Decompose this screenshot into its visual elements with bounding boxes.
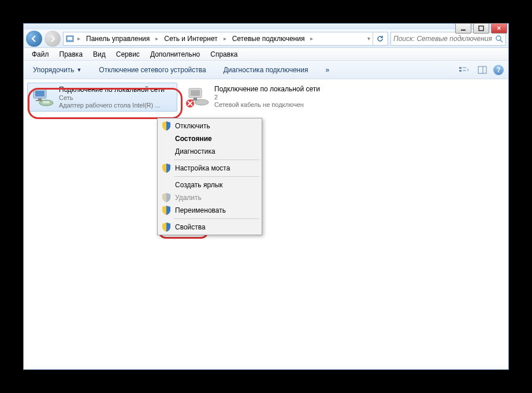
connection-title: Подключение по локальной сети bbox=[214, 85, 320, 93]
shield-icon bbox=[161, 205, 172, 216]
svg-rect-0 bbox=[461, 29, 466, 31]
dropdown-icon[interactable]: ▾ bbox=[366, 35, 371, 42]
disable-device-button[interactable]: Отключение сетевого устройства bbox=[94, 64, 210, 76]
preview-pane-button[interactable] bbox=[475, 64, 490, 76]
ctx-shortcut[interactable]: Создать ярлык bbox=[159, 179, 261, 191]
breadcrumb-sep: ▸ bbox=[154, 35, 159, 42]
maximize-button[interactable] bbox=[473, 23, 489, 34]
connection-status: Сетевой кабель не подключен bbox=[214, 101, 320, 108]
connection-number: 2 bbox=[214, 94, 320, 101]
svg-rect-1 bbox=[479, 26, 483, 31]
content-area[interactable]: Подключение по локальной сети Сеть Адапт… bbox=[24, 79, 508, 369]
refresh-button[interactable] bbox=[373, 32, 386, 45]
back-button[interactable] bbox=[26, 31, 42, 47]
breadcrumb-sep: ▸ bbox=[309, 35, 314, 42]
menu-tools[interactable]: Сервис bbox=[111, 49, 144, 60]
svg-rect-7 bbox=[459, 70, 462, 72]
menu-file[interactable]: Файл bbox=[27, 49, 54, 60]
forward-button[interactable] bbox=[44, 31, 61, 47]
breadcrumb-sep: ▸ bbox=[76, 35, 81, 42]
diagnose-button[interactable]: Диагностика подключения bbox=[219, 64, 313, 76]
menu-bar: Файл Правка Вид Сервис Дополнительно Спр… bbox=[24, 48, 508, 61]
ctx-status[interactable]: Состояние bbox=[159, 132, 261, 145]
svg-rect-17 bbox=[43, 101, 50, 103]
svg-rect-13 bbox=[35, 91, 44, 97]
ctx-disable[interactable]: Отключить bbox=[159, 120, 261, 132]
view-options-button[interactable] bbox=[456, 64, 471, 76]
connection-text: Подключение по локальной сети Сеть Адапт… bbox=[59, 86, 165, 109]
window-controls: ✕ bbox=[455, 23, 507, 34]
breadcrumb-item[interactable]: Панель управления bbox=[83, 34, 153, 44]
shield-icon bbox=[161, 222, 172, 232]
menu-extra[interactable]: Дополнительно bbox=[146, 49, 204, 60]
ctx-delete: Удалить bbox=[159, 191, 261, 204]
shield-icon bbox=[161, 121, 172, 131]
breadcrumb-item[interactable]: Сеть и Интернет bbox=[161, 34, 221, 44]
network-adapter-icon bbox=[30, 86, 54, 109]
shield-icon bbox=[161, 163, 172, 173]
menu-edit[interactable]: Правка bbox=[55, 49, 88, 60]
ctx-rename[interactable]: Переименовать bbox=[159, 204, 261, 217]
menu-help[interactable]: Справка bbox=[206, 49, 242, 60]
svg-line-5 bbox=[500, 40, 503, 42]
connection-network: Сеть bbox=[59, 94, 165, 101]
connection-item[interactable]: Подключение по локальной сети Сеть Адапт… bbox=[27, 83, 177, 112]
svg-point-4 bbox=[496, 36, 501, 40]
svg-rect-14 bbox=[38, 98, 42, 100]
title-bar[interactable] bbox=[24, 24, 508, 29]
help-button[interactable]: ? bbox=[493, 65, 504, 75]
breadcrumb-sep: ▸ bbox=[222, 35, 228, 42]
shield-icon bbox=[161, 192, 172, 203]
breadcrumb-bar[interactable]: ▸ Панель управления ▸ Сеть и Интернет ▸ … bbox=[63, 32, 388, 46]
close-button[interactable]: ✕ bbox=[491, 23, 507, 34]
network-adapter-icon bbox=[185, 85, 210, 108]
location-icon bbox=[65, 34, 75, 44]
separator bbox=[174, 176, 259, 177]
nav-bar: ▸ Панель управления ▸ Сеть и Интернет ▸ … bbox=[24, 29, 508, 48]
svg-rect-19 bbox=[191, 90, 200, 96]
toolbar: Упорядочить▼ Отключение сетевого устройс… bbox=[24, 61, 508, 79]
search-icon[interactable] bbox=[495, 35, 503, 43]
menu-view[interactable]: Вид bbox=[88, 49, 110, 60]
connection-text: Подключение по локальной сети 2 Сетевой … bbox=[214, 85, 320, 108]
svg-rect-20 bbox=[194, 98, 197, 99]
more-commands[interactable]: » bbox=[321, 64, 334, 76]
organize-button[interactable]: Упорядочить▼ bbox=[28, 64, 86, 76]
svg-rect-3 bbox=[68, 37, 72, 40]
context-menu: Отключить Состояние Диагностика Настройк… bbox=[157, 118, 262, 235]
separator bbox=[174, 218, 259, 219]
connection-adapter: Адаптер рабочего стола Intel(R) ... bbox=[59, 102, 165, 109]
ctx-diagnose[interactable]: Диагностика bbox=[159, 145, 261, 158]
svg-rect-6 bbox=[459, 67, 462, 69]
search-input[interactable] bbox=[393, 35, 495, 43]
breadcrumb-item[interactable]: Сетевые подключения bbox=[229, 34, 308, 44]
connection-title: Подключение по локальной сети bbox=[59, 86, 165, 94]
ctx-properties[interactable]: Свойства bbox=[159, 221, 261, 233]
explorer-window: ✕ ▸ Панель управления ▸ Сеть и Интернет … bbox=[23, 23, 509, 370]
svg-rect-10 bbox=[478, 66, 486, 73]
svg-point-22 bbox=[195, 99, 209, 105]
minimize-button[interactable] bbox=[455, 23, 471, 34]
separator bbox=[174, 160, 259, 160]
ctx-bridge[interactable]: Настройка моста bbox=[159, 162, 261, 175]
connection-item[interactable]: Подключение по локальной сети 2 Сетевой … bbox=[183, 83, 333, 110]
search-box[interactable] bbox=[390, 32, 506, 46]
